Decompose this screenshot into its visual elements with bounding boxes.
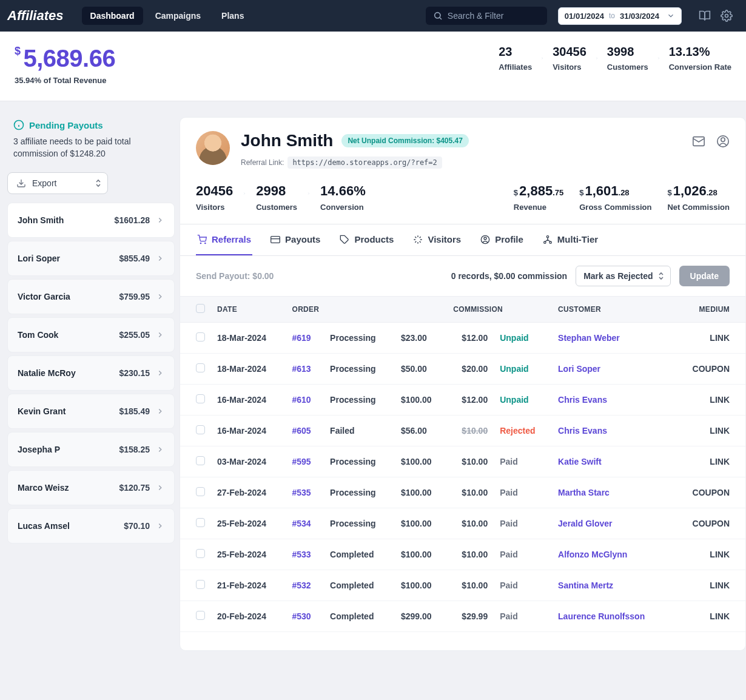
affiliate-item[interactable]: Tom Cook$255.05 (7, 317, 175, 352)
metric-value: 30456 (553, 45, 586, 59)
customer-link[interactable]: Chris Evans (558, 395, 607, 405)
nav-plans[interactable]: Plans (213, 7, 252, 25)
customer-link[interactable]: Lori Soper (558, 364, 600, 374)
affiliate-item[interactable]: Natalie McRoy$230.15 (7, 355, 175, 391)
affiliate-item[interactable]: Victor Garcia$759.95 (7, 279, 175, 314)
select-arrows-icon (95, 179, 101, 187)
row-checkbox[interactable] (196, 363, 205, 372)
col-commission: COMMISSION (447, 297, 552, 323)
cell-amount: $100.00 (395, 539, 447, 570)
svg-point-2 (725, 15, 728, 18)
cell-customer: Santina Mertz (552, 570, 673, 601)
order-link[interactable]: #533 (292, 550, 311, 559)
row-checkbox[interactable] (196, 580, 205, 589)
affiliate-item[interactable]: John Smith$1601.28 (7, 203, 175, 238)
metric-label: Visitors (553, 62, 586, 72)
cell-customer: Martha Starc (552, 477, 673, 508)
stat-visitors: 20456 Visitors (196, 183, 233, 212)
stat-label: Conversion (320, 203, 366, 212)
search-input[interactable]: Search & Filter (426, 7, 547, 25)
cell-commission: $20.00 (447, 354, 494, 385)
tab-products[interactable]: Products (338, 224, 395, 255)
tab-profile[interactable]: Profile (479, 224, 525, 255)
cell-date: 18-Mar-2024 (211, 354, 286, 385)
order-link[interactable]: #613 (292, 364, 311, 374)
tab-multi-tier[interactable]: Multi-Tier (542, 224, 599, 255)
tab-payouts[interactable]: Payouts (269, 224, 321, 255)
date-range-picker[interactable]: 01/01/2024 to 31/03/2024 (558, 7, 682, 25)
affiliate-item[interactable]: Marco Weisz$120.75 (7, 470, 175, 505)
customer-link[interactable]: Alfonzo McGlynn (558, 550, 627, 559)
order-link[interactable]: #595 (292, 457, 311, 466)
affiliate-item[interactable]: Kevin Grant$185.49 (7, 394, 175, 429)
cell-status: Paid (494, 601, 552, 632)
row-checkbox[interactable] (196, 456, 205, 465)
cell-customer: Stephan Weber (552, 323, 673, 354)
cell-status: Paid (494, 539, 552, 570)
row-checkbox[interactable] (196, 394, 205, 403)
export-button[interactable]: Export (7, 172, 108, 194)
cell-order: #605 (286, 416, 324, 446)
cell-status: Paid (494, 477, 552, 508)
row-checkbox[interactable] (196, 549, 205, 558)
cell-medium: COUPON (673, 354, 745, 385)
tag-icon (340, 235, 349, 244)
customer-link[interactable]: Stephan Weber (558, 333, 620, 343)
customer-link[interactable]: Martha Starc (558, 488, 610, 497)
tab-referrals[interactable]: Referrals (196, 224, 252, 255)
update-button[interactable]: Update (679, 266, 730, 286)
svg-line-1 (440, 18, 442, 19)
customer-link[interactable]: Laurence Runolfsson (558, 611, 645, 621)
gear-icon[interactable] (721, 10, 733, 22)
profile-header: John Smith Net Unpaid Commission: $405.4… (180, 118, 745, 180)
tree-icon (543, 235, 553, 244)
cell-order-status: Completed (324, 539, 395, 570)
nav-campaigns[interactable]: Campaigns (147, 7, 209, 25)
order-link[interactable]: #530 (292, 611, 311, 621)
affiliate-name: Victor Garcia (18, 292, 70, 301)
row-checkbox[interactable] (196, 332, 205, 342)
metric-label: Customers (607, 62, 648, 72)
mail-icon[interactable] (692, 135, 705, 148)
affiliate-item[interactable]: Lucas Amsel$70.10 (7, 508, 175, 544)
cell-medium: LINK (673, 539, 745, 570)
affiliate-item[interactable]: Lori Soper$855.49 (7, 241, 175, 276)
pending-title-text: Pending Payouts (29, 120, 103, 130)
cell-order: #535 (286, 477, 324, 508)
nav-dashboard[interactable]: Dashboard (82, 7, 143, 25)
row-checkbox[interactable] (196, 487, 205, 496)
affiliate-name: Tom Cook (18, 330, 58, 340)
tab-visitors[interactable]: Visitors (412, 224, 462, 255)
svg-point-10 (200, 243, 201, 243)
checkbox-all[interactable] (196, 304, 205, 313)
stat-cents: .28 (707, 188, 717, 197)
order-link[interactable]: #532 (292, 581, 311, 590)
cell-commission: $10.00 (447, 508, 494, 539)
cell-medium: COUPON (673, 508, 745, 539)
table-row: 25-Feb-2024 #533 Completed $100.00 $10.0… (180, 539, 745, 570)
mark-as-select[interactable]: Mark as Rejected (576, 266, 670, 286)
order-link[interactable]: #610 (292, 395, 311, 405)
affiliate-item[interactable]: Josepha P$158.25 (7, 432, 175, 467)
row-checkbox[interactable] (196, 425, 205, 434)
order-link[interactable]: #619 (292, 333, 311, 343)
row-checkbox[interactable] (196, 518, 205, 527)
book-icon[interactable] (699, 10, 711, 22)
order-link[interactable]: #535 (292, 488, 311, 497)
customer-link[interactable]: Jerald Glover (558, 519, 613, 528)
order-link[interactable]: #534 (292, 519, 311, 528)
stat-value: 20456 (196, 183, 233, 199)
customer-link[interactable]: Chris Evans (558, 426, 607, 436)
customer-link[interactable]: Katie Swift (558, 457, 602, 466)
customer-link[interactable]: Santina Mertz (558, 581, 613, 590)
cell-order-status: Processing (324, 385, 395, 416)
order-link[interactable]: #605 (292, 426, 311, 436)
user-icon[interactable] (716, 135, 730, 148)
row-checkbox[interactable] (196, 611, 205, 620)
cell-customer: Chris Evans (552, 416, 673, 446)
table-row: 21-Feb-2024 #532 Completed $100.00 $10.0… (180, 570, 745, 601)
metric-value: 3998 (607, 45, 648, 59)
referral-url[interactable]: https://demo.storeapps.org/?ref=2 (287, 156, 442, 169)
affiliate-amount: $1601.28 (115, 215, 150, 225)
tab-label: Referrals (212, 234, 251, 244)
